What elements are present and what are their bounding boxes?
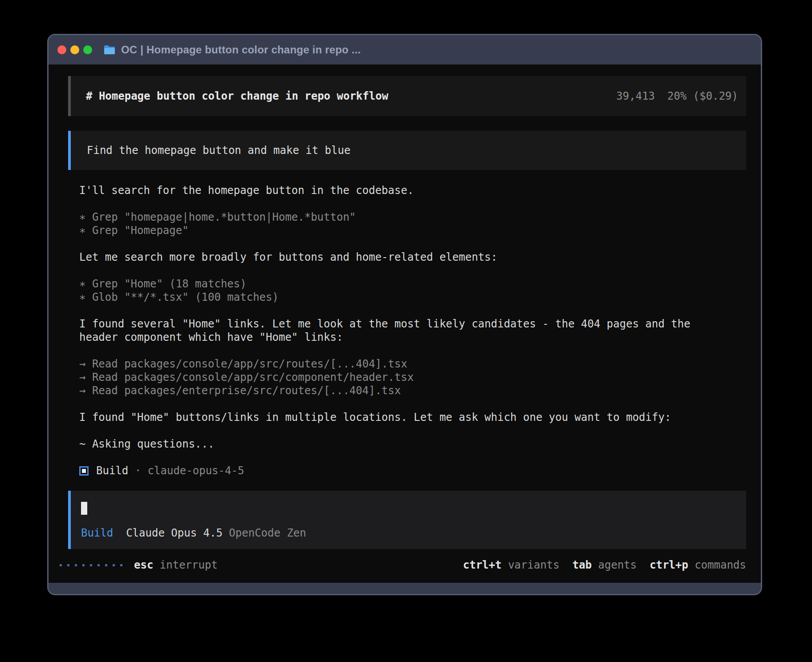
session-title: # Homepage button color change in repo w… xyxy=(86,90,388,102)
window-bottom-bar xyxy=(49,583,761,594)
spinner-dots xyxy=(60,564,122,566)
agent-icon xyxy=(79,466,89,476)
assistant-transcript: I'll search for the homepage button in t… xyxy=(68,184,746,477)
user-message-text: Find the homepage button and make it blu… xyxy=(87,144,350,157)
token-count: 39,413 xyxy=(616,90,655,102)
separator-dot: · xyxy=(135,464,141,477)
keyboard-hints: ctrl+t variants tab agents ctrl+p comman… xyxy=(463,559,746,571)
user-message: Find the homepage button and make it blu… xyxy=(68,131,746,170)
session-view: # Homepage button color change in repo w… xyxy=(49,65,761,549)
hint-agents: tab agents xyxy=(572,559,637,571)
tool-call-read: → Read packages/console/app/src/componen… xyxy=(79,371,746,384)
agent-name: Build xyxy=(96,464,128,477)
assistant-text: I found "Home" buttons/links in multiple… xyxy=(79,411,746,424)
tool-call-grep: ∗ Grep "Homepage" xyxy=(79,224,746,237)
tool-call-read: → Read packages/console/app/src/routes/[… xyxy=(79,357,746,371)
model-name: Claude Opus 4.5 xyxy=(126,527,223,539)
tool-call-read: → Read packages/enterprise/src/routes/[.… xyxy=(79,384,746,397)
hint-commands: ctrl+p commands xyxy=(650,559,746,571)
tool-call-glob: ∗ Glob "**/*.tsx" (100 matches) xyxy=(79,291,746,304)
blank-row xyxy=(79,237,746,250)
mode-label: Build xyxy=(81,527,113,539)
context-cost: 20% ($0.29) xyxy=(667,90,738,102)
blank-row xyxy=(79,264,746,277)
titlebar: OC | Homepage button color change in rep… xyxy=(49,35,761,65)
model-id: claude-opus-4-5 xyxy=(148,464,244,477)
close-button[interactable] xyxy=(57,45,66,54)
blank-row xyxy=(79,424,746,437)
provider-name: OpenCode Zen xyxy=(229,527,306,539)
tool-call-grep: ∗ Grep "homepage|home.*button|Home.*butt… xyxy=(79,210,746,224)
tool-call-grep: ∗ Grep "Home" (18 matches) xyxy=(79,277,746,291)
assistant-text: header component which have "Home" links… xyxy=(79,331,746,344)
hint-variants: ctrl+t variants xyxy=(463,559,560,571)
blank-row xyxy=(79,397,746,411)
assistant-text: Let me search more broadly for buttons a… xyxy=(79,250,746,264)
assistant-text: I'll search for the homepage button in t… xyxy=(79,184,746,197)
window-title: OC | Homepage button color change in rep… xyxy=(121,44,361,56)
blank-row xyxy=(79,451,746,464)
hint-interrupt: esc interrupt xyxy=(134,559,218,571)
assistant-text: I found several "Home" links. Let me loo… xyxy=(79,317,746,331)
session-stats: 39,413 20% ($0.29) xyxy=(616,90,738,102)
agent-status-row: Build · claude-opus-4-5 xyxy=(79,464,746,477)
maximize-button[interactable] xyxy=(83,45,92,54)
session-header: # Homepage button color change in repo w… xyxy=(68,76,746,116)
blank-row xyxy=(79,304,746,317)
blank-row xyxy=(79,344,746,357)
folder-icon xyxy=(103,44,116,55)
assistant-status-text: ~ Asking questions... xyxy=(79,437,746,451)
prompt-input[interactable]: Build Claude Opus 4.5 OpenCode Zen xyxy=(68,491,746,549)
input-status-bar: Build Claude Opus 4.5 OpenCode Zen xyxy=(81,527,738,539)
blank-row xyxy=(79,197,746,210)
separator-dot xyxy=(141,464,147,477)
terminal-window: OC | Homepage button color change in rep… xyxy=(47,34,762,595)
minimize-button[interactable] xyxy=(70,45,79,54)
separator-dot xyxy=(128,464,134,477)
statusline: esc interrupt ctrl+t variants tab agents… xyxy=(60,558,746,572)
text-cursor xyxy=(81,502,87,515)
